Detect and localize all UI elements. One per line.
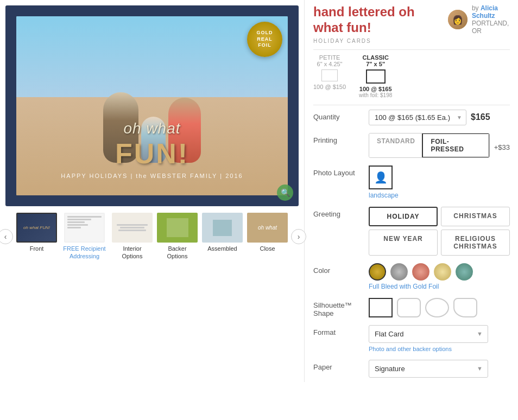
swatch-teal[interactable] — [456, 263, 473, 281]
thumb-assembled-label: Assembled — [207, 245, 237, 252]
format-row: Format Flat Card ▼ Photo and other backe… — [313, 325, 510, 352]
divider-mid — [313, 105, 510, 105]
qty-dropdown: 100 @ $165 ($1.65 Ea.) ▼ $165 — [369, 110, 510, 125]
right-panel: hand lettered oh what fun! 👩 by Alicia S… — [304, 0, 518, 382]
thumb-front[interactable]: oh what FUN! Front — [16, 213, 57, 252]
quantity-label: Quantity — [313, 110, 362, 121]
printing-content: STANDARD FOIL-PRESSED +$33 — [369, 133, 510, 158]
paper-row: Paper Signature ▼ — [313, 360, 510, 378]
paper-label: Paper — [313, 360, 362, 371]
format-content: Flat Card ▼ Photo and other backer optio… — [369, 325, 510, 352]
format-select[interactable]: Flat Card — [369, 325, 488, 343]
swatch-silver[interactable] — [390, 263, 408, 281]
thumb-close[interactable]: oh what Close — [247, 213, 288, 252]
print-extra-cost: +$33 — [494, 139, 510, 151]
card-text-overlay: oh what FUN! HAPPY HOLIDAYS | the WEBSTE… — [16, 120, 288, 179]
thumb-backer-image — [157, 213, 198, 243]
swatch-pink[interactable] — [412, 263, 429, 281]
greeting-holiday[interactable]: HOLIDAY — [369, 207, 438, 226]
card-subtitle-text: HAPPY HOLIDAYS | the WEBSTER FAMILY | 20… — [16, 173, 288, 179]
thumb-close-image: oh what — [247, 213, 288, 243]
format-label: Format — [313, 325, 362, 336]
thumb-backer[interactable]: Backer Options — [157, 213, 198, 260]
category-label: HOLIDAY CARDS — [313, 38, 510, 44]
greeting-row: Greeting HOLIDAY CHRISTMAS NEW YEAR RELI… — [313, 207, 510, 256]
greeting-religious[interactable]: RELIGIOUS CHRISTMAS — [441, 230, 510, 256]
thumb-addressing[interactable]: FREE Recipient Addressing — [61, 213, 108, 260]
silhouette-shapes — [369, 298, 510, 317]
swatch-champagne[interactable] — [434, 263, 451, 281]
left-panel: oh what FUN! HAPPY HOLIDAYS | the WEBSTE… — [0, 0, 304, 382]
silhouette-content — [369, 298, 510, 317]
format-select-wrapper: Flat Card ▼ — [369, 325, 488, 343]
shape-rectangle[interactable] — [369, 298, 393, 317]
thumb-interior[interactable]: Interior Options — [112, 213, 153, 260]
paper-select[interactable]: Signature — [369, 360, 488, 378]
card-oh-what-text: oh what — [16, 120, 288, 137]
format-hint: Photo and other backer options — [369, 346, 510, 352]
photo-layout-box[interactable]: 👤 — [369, 166, 393, 189]
standard-print-btn[interactable]: STANDARD — [369, 133, 422, 157]
color-row: Color Full Bleed with Gold Foil — [313, 263, 510, 290]
silhouette-row: Silhouette™ Shape — [313, 298, 510, 317]
size-petite[interactable]: PETITE 6" x 4.25" 100 @ $150 — [313, 54, 346, 90]
author-avatar: 👩 — [448, 10, 468, 29]
thumbnails-section: ‹ oh what FUN! Front — [5, 213, 299, 260]
thumb-interior-image — [112, 213, 153, 243]
color-label: Color — [313, 263, 362, 275]
greeting-label: Greeting — [313, 207, 362, 218]
quantity-row: Quantity 100 @ $165 ($1.65 Ea.) ▼ $165 — [313, 110, 510, 125]
shape-tag[interactable] — [453, 298, 477, 317]
thumb-assembled-image — [202, 213, 243, 243]
paper-content: Signature ▼ — [369, 360, 510, 378]
thumb-front-label: Front — [30, 245, 44, 252]
thumb-interior-label: Interior Options — [112, 245, 153, 260]
photo-layout-content: 👤 landscape — [369, 166, 510, 199]
gold-foil-badge: GOLD REAL FOIL — [247, 22, 282, 57]
landscape-label: landscape — [369, 192, 510, 199]
author-location: PORTLAND, OR — [472, 20, 510, 35]
photo-layout-row: Photo Layout 👤 landscape — [313, 166, 510, 199]
greeting-newyear[interactable]: NEW YEAR — [369, 230, 438, 256]
thumb-addressing-label: FREE Recipient Addressing — [61, 245, 108, 260]
product-title: hand lettered oh what fun! — [313, 4, 448, 36]
size-petite-box — [321, 69, 338, 81]
shape-rounded[interactable] — [397, 298, 421, 317]
divider-top — [313, 49, 510, 50]
quantity-select[interactable]: 100 @ $165 ($1.65 Ea.) — [369, 110, 466, 125]
thumb-addressing-image — [64, 213, 105, 243]
silhouette-label: Silhouette™ Shape — [313, 298, 362, 317]
greeting-grid: HOLIDAY CHRISTMAS NEW YEAR RELIGIOUS CHR… — [369, 207, 510, 256]
card-fun-text: FUN! — [16, 137, 288, 170]
color-content: Full Bleed with Gold Foil — [369, 263, 510, 290]
swatch-gold[interactable] — [369, 263, 386, 281]
shape-oval[interactable] — [425, 298, 449, 317]
foil-print-btn[interactable]: FOIL-PRESSED — [422, 133, 489, 158]
quantity-price: $165 — [471, 112, 490, 122]
greeting-christmas[interactable]: CHRISTMAS — [441, 207, 510, 226]
size-classic-box — [366, 69, 386, 84]
color-selected-name: Full Bleed with Gold Foil — [369, 283, 510, 290]
author-row: 👩 by Alicia Schultz PORTLAND, OR — [448, 4, 510, 35]
options-grid: Quantity 100 @ $165 ($1.65 Ea.) ▼ $165 — [313, 110, 510, 378]
next-arrow[interactable]: › — [291, 229, 306, 244]
main-image-container: oh what FUN! HAPPY HOLIDAYS | the WEBSTE… — [5, 5, 299, 206]
greeting-content: HOLIDAY CHRISTMAS NEW YEAR RELIGIOUS CHR… — [369, 207, 510, 256]
thumb-backer-label: Backer Options — [157, 245, 198, 260]
thumbnails-wrapper: oh what FUN! Front — [5, 213, 299, 260]
printing-label: Printing — [313, 133, 362, 144]
thumb-assembled[interactable]: Assembled — [202, 213, 243, 252]
color-swatches — [369, 263, 510, 281]
thumb-front-image: oh what FUN! — [16, 213, 57, 243]
thumb-close-label: Close — [260, 245, 275, 252]
author-info: by Alicia Schultz PORTLAND, OR — [472, 4, 510, 35]
printing-row: Printing STANDARD FOIL-PRESSED +$33 — [313, 133, 510, 158]
paper-select-wrapper: Signature ▼ — [369, 360, 488, 378]
zoom-button[interactable]: 🔍 — [277, 184, 293, 201]
quantity-content: 100 @ $165 ($1.65 Ea.) ▼ $165 — [369, 110, 510, 125]
quantity-dropdown-wrapper: 100 @ $165 ($1.65 Ea.) ▼ — [369, 110, 466, 125]
landscape-person-icon: 👤 — [374, 171, 388, 184]
size-selector: PETITE 6" x 4.25" 100 @ $150 CLASSIC 7" … — [313, 54, 510, 98]
size-classic[interactable]: CLASSIC 7" x 5" 100 @ $165 with foil: $1… — [359, 54, 392, 98]
photo-layout-label: Photo Layout — [313, 166, 362, 177]
